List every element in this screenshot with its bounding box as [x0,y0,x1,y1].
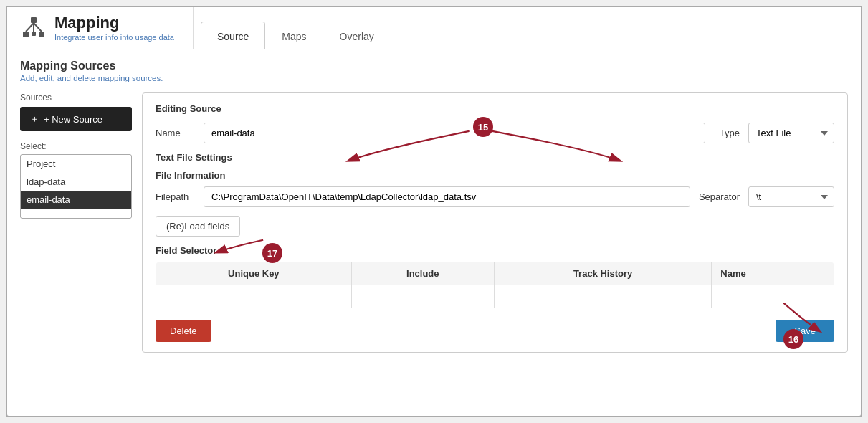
app-logo-area: Mapping Integrate user info into usage d… [7,7,194,49]
main-content: Mapping Sources Add, edit, and delete ma… [7,49,861,363]
plus-icon: ＋ [30,113,39,125]
file-info-label: File Information [156,170,834,181]
annotation-16: 16 [783,329,803,349]
name-label: Name [156,128,195,138]
table-header-row: Unique Key Include Track History Name [156,262,834,285]
field-selector-label: Field Selector [156,245,834,256]
source-item-ldap[interactable]: ldap-data [21,173,131,191]
svg-rect-2 [39,32,44,37]
source-list: Project ldap-data email-data [20,154,132,219]
filepath-input[interactable] [204,186,690,207]
sidebar: Sources ＋ + New Source Select: Project l… [20,92,142,353]
svg-line-4 [26,23,34,32]
editing-area-wrapper: Editing Source Name Type Text File CSV J… [142,92,848,353]
source-item-project[interactable]: Project [21,155,131,173]
editing-area: Editing Source Name Type Text File CSV J… [142,92,848,353]
filepath-label: Filepath [156,191,195,202]
cell-track-history [494,285,711,308]
separator-label: Separator [699,191,740,202]
cell-name [712,285,834,308]
name-type-row: Name Type Text File CSV JSON [156,123,834,143]
app-subtitle: Integrate user info into usage data [54,33,174,42]
type-select[interactable]: Text File CSV JSON [748,123,834,143]
top-header: Mapping Integrate user info into usage d… [7,7,861,49]
cell-include [351,285,494,308]
section-title: Mapping Sources [20,60,848,72]
annotation-17: 17 [262,243,282,263]
annotation-15: 15 [473,117,493,137]
svg-line-5 [34,23,42,32]
separator-select[interactable]: \t , ; | [748,186,834,207]
top-tabs: Source Maps Overlay [194,7,398,49]
bottom-bar: Delete Save [156,320,834,342]
svg-rect-0 [31,17,37,23]
tab-overlay[interactable]: Overlay [323,22,391,49]
section-subtitle: Add, edit, and delete mapping sources. [20,74,848,82]
app-title-area: Mapping Integrate user info into usage d… [54,14,174,42]
content-layout: Sources ＋ + New Source Select: Project l… [20,92,848,353]
app-logo-icon [20,14,47,42]
cell-unique-key [156,285,352,308]
app-window: Mapping Integrate user info into usage d… [6,6,862,417]
delete-button[interactable]: Delete [156,320,211,342]
new-source-button[interactable]: ＋ + New Source [20,107,132,131]
svg-rect-3 [32,32,36,36]
table-row [156,285,834,308]
new-source-label: + New Source [44,114,102,125]
sources-label: Sources [20,92,132,103]
select-label: Select: [20,141,132,151]
source-item-email[interactable]: email-data [21,191,131,209]
tab-source[interactable]: Source [201,22,265,49]
reload-fields-button[interactable]: (Re)Load fields [156,216,240,237]
col-track-history: Track History [494,262,711,285]
app-title: Mapping [54,14,174,32]
col-include: Include [351,262,494,285]
field-table: Unique Key Include Track History Name [156,262,834,308]
col-name: Name [712,262,834,285]
editing-title: Editing Source [156,103,834,114]
filepath-row: Filepath Separator \t , ; | [156,186,834,207]
text-file-settings-title: Text File Settings [156,152,834,163]
tab-maps[interactable]: Maps [265,22,323,49]
type-label: Type [720,128,740,138]
col-unique-key: Unique Key [156,262,352,285]
name-input[interactable] [204,123,705,143]
svg-rect-1 [23,32,29,37]
